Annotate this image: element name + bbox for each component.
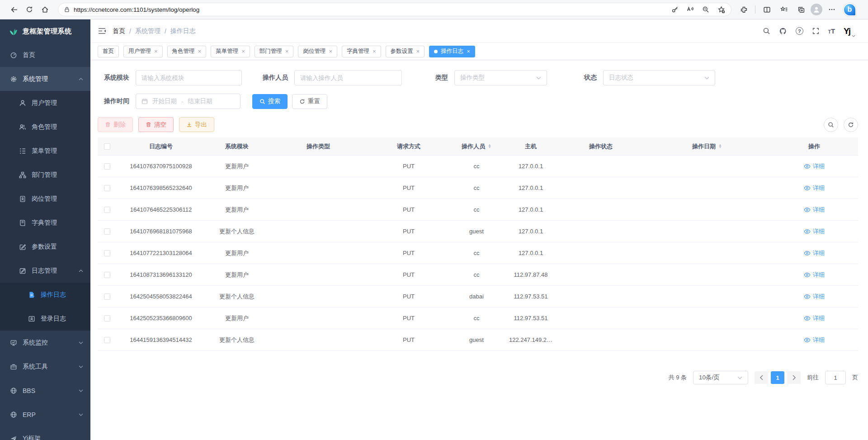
reset-button[interactable]: 重置 bbox=[292, 94, 327, 109]
close-icon[interactable]: × bbox=[198, 48, 202, 54]
table-row[interactable]: 1641087313696133120 更新用户 PUT cc 112.97.8… bbox=[98, 264, 858, 286]
row-checkbox[interactable] bbox=[104, 163, 110, 170]
sidebar-item-post-mgmt[interactable]: 岗位管理 bbox=[0, 187, 90, 211]
search-button[interactable]: 搜索 bbox=[252, 94, 288, 109]
profile-avatar[interactable] bbox=[811, 4, 822, 15]
tab-menu-mgmt[interactable]: 菜单管理× bbox=[211, 46, 250, 57]
sidebar-item-system-tools[interactable]: 系统工具 bbox=[0, 355, 90, 378]
module-input[interactable] bbox=[142, 75, 236, 81]
detail-link[interactable]: 详细 bbox=[804, 162, 825, 170]
sidebar-item-log-mgmt[interactable]: 日志管理 bbox=[0, 259, 90, 283]
extensions-icon[interactable] bbox=[736, 3, 751, 16]
sidebar-item-role-mgmt[interactable]: 角色管理 bbox=[0, 115, 90, 139]
close-icon[interactable]: × bbox=[329, 48, 332, 54]
next-page-button[interactable] bbox=[787, 371, 801, 384]
type-select[interactable]: 操作类型 bbox=[454, 70, 547, 85]
table-row[interactable]: 1642504558053822464 更新个人信息 PUT dabai 112… bbox=[98, 286, 858, 308]
tab-operation-log[interactable]: 操作日志× bbox=[429, 46, 475, 57]
detail-link[interactable]: 详细 bbox=[804, 184, 825, 192]
back-icon[interactable] bbox=[6, 3, 22, 16]
yi-logo[interactable]: Yj bbox=[844, 27, 854, 35]
tab-dept-mgmt[interactable]: 部门管理× bbox=[255, 46, 294, 57]
zoom-out-icon[interactable] bbox=[699, 3, 712, 16]
collapse-sidebar-icon[interactable] bbox=[98, 27, 106, 35]
close-icon[interactable]: × bbox=[285, 48, 289, 54]
read-aloud-icon[interactable] bbox=[684, 3, 697, 16]
close-icon[interactable]: × bbox=[416, 48, 420, 54]
row-checkbox[interactable] bbox=[104, 228, 110, 235]
sidebar-item-home[interactable]: 首页 bbox=[0, 43, 90, 67]
close-icon[interactable]: × bbox=[154, 48, 158, 54]
bing-chat-icon[interactable]: b bbox=[843, 3, 856, 16]
sidebar-item-dict-mgmt[interactable]: 字典管理 bbox=[0, 211, 90, 235]
search-icon[interactable] bbox=[763, 27, 770, 35]
table-row[interactable]: 1642505235366809600 更新用户 PUT cc 112.97.5… bbox=[98, 308, 858, 329]
search-toggle-icon[interactable] bbox=[824, 118, 838, 132]
goto-page-input[interactable] bbox=[825, 371, 846, 384]
sidebar-item-yi-framework[interactable]: Yi框架 bbox=[0, 426, 90, 440]
table-row[interactable]: 1641076398565232640 更新用户 PUT cc 127.0.0.… bbox=[98, 177, 858, 199]
tab-user-mgmt[interactable]: 用户管理× bbox=[123, 46, 163, 57]
more-icon[interactable] bbox=[824, 3, 840, 16]
select-all-checkbox[interactable] bbox=[104, 143, 110, 150]
clear-button[interactable]: 清空 bbox=[138, 117, 174, 132]
sort-icon[interactable]: ▲▼ bbox=[718, 144, 722, 149]
detail-link[interactable]: 详细 bbox=[804, 227, 825, 236]
sidebar-item-menu-mgmt[interactable]: 菜单管理 bbox=[0, 139, 90, 163]
detail-link[interactable]: 详细 bbox=[804, 206, 825, 214]
table-row[interactable]: 1641077221303128064 更新用户 PUT cc 127.0.0.… bbox=[98, 242, 858, 264]
breadcrumb-home[interactable]: 首页 bbox=[113, 27, 125, 35]
prev-page-button[interactable] bbox=[755, 371, 768, 384]
table-row[interactable]: 1644159136394514432 更新个人信息 PUT guest 122… bbox=[98, 329, 858, 351]
github-icon[interactable] bbox=[779, 27, 787, 35]
close-icon[interactable]: × bbox=[241, 48, 245, 54]
refresh-icon[interactable] bbox=[22, 3, 37, 16]
close-icon[interactable]: × bbox=[373, 48, 376, 54]
detail-link[interactable]: 详细 bbox=[804, 249, 825, 257]
key-icon[interactable] bbox=[669, 3, 681, 16]
table-row[interactable]: 1641076968181075968 更新个人信息 PUT guest 127… bbox=[98, 221, 858, 242]
sidebar-item-dept-mgmt[interactable]: 部门管理 bbox=[0, 163, 90, 187]
detail-link[interactable]: 详细 bbox=[804, 336, 825, 344]
split-screen-icon[interactable] bbox=[759, 3, 774, 16]
tab-home[interactable]: 首页 bbox=[98, 46, 119, 57]
url-text[interactable]: https://ccnetcore.com:1101/system/log/op… bbox=[74, 6, 669, 13]
close-icon[interactable]: × bbox=[467, 48, 470, 54]
col-operator[interactable]: 操作人员▲▼ bbox=[449, 142, 504, 151]
tab-post-mgmt[interactable]: 岗位管理× bbox=[298, 46, 337, 57]
row-checkbox[interactable] bbox=[104, 337, 110, 343]
tab-dict-mgmt[interactable]: 字典管理× bbox=[342, 46, 381, 57]
sidebar-item-login-log[interactable]: 登录日志 bbox=[0, 307, 90, 331]
status-select[interactable]: 日志状态 bbox=[603, 70, 715, 85]
sidebar-item-erp[interactable]: ERP bbox=[0, 402, 90, 426]
row-checkbox[interactable] bbox=[104, 293, 110, 300]
tab-role-mgmt[interactable]: 角色管理× bbox=[167, 46, 207, 57]
sidebar-item-param-settings[interactable]: 参数设置 bbox=[0, 235, 90, 259]
collections-icon[interactable] bbox=[793, 3, 809, 16]
table-row[interactable]: 1641076370975100928 更新用户 PUT cc 127.0.0.… bbox=[98, 156, 858, 177]
operator-input[interactable] bbox=[300, 75, 396, 81]
tab-param-settings[interactable]: 参数设置× bbox=[386, 46, 425, 57]
help-icon[interactable]: ? bbox=[796, 27, 803, 35]
url-bar[interactable]: https://ccnetcore.com:1101/system/log/op… bbox=[58, 3, 731, 16]
favorites-bar-icon[interactable] bbox=[776, 3, 792, 16]
favorite-add-icon[interactable] bbox=[715, 3, 727, 16]
row-checkbox[interactable] bbox=[104, 185, 110, 191]
row-checkbox[interactable] bbox=[104, 207, 110, 213]
table-row[interactable]: 1641076465225306112 更新用户 PUT cc 127.0.0.… bbox=[98, 199, 858, 221]
current-page[interactable]: 1 bbox=[771, 371, 784, 384]
col-op-date[interactable]: 操作日期▲▼ bbox=[644, 142, 770, 151]
row-checkbox[interactable] bbox=[104, 315, 110, 322]
refresh-list-icon[interactable] bbox=[844, 118, 858, 132]
detail-link[interactable]: 详细 bbox=[804, 293, 825, 301]
sidebar-item-user-mgmt[interactable]: 用户管理 bbox=[0, 91, 90, 115]
app-logo[interactable]: 意框架管理系统 bbox=[0, 19, 90, 43]
date-range-picker[interactable]: 开始日期 - 结束日期 bbox=[136, 94, 241, 109]
row-checkbox[interactable] bbox=[104, 272, 110, 278]
home-icon[interactable] bbox=[37, 3, 52, 16]
detail-link[interactable]: 详细 bbox=[804, 314, 825, 322]
sidebar-item-bbs[interactable]: BBS bbox=[0, 378, 90, 402]
page-size-select[interactable]: 10条/页 bbox=[693, 371, 748, 384]
font-size-icon[interactable]: TT bbox=[828, 27, 835, 35]
row-checkbox[interactable] bbox=[104, 250, 110, 256]
